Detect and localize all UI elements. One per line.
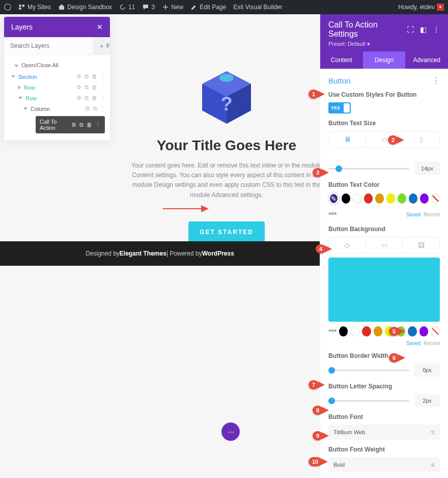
color-swatch[interactable] bbox=[386, 193, 395, 204]
recent-colors[interactable]: Recent bbox=[424, 212, 440, 217]
select-weight[interactable]: Bold⇅ bbox=[328, 457, 440, 472]
device-phone[interactable]: ▯ bbox=[403, 131, 439, 147]
gear-icon[interactable]: ⚙ bbox=[71, 122, 76, 128]
cta-body-text[interactable]: Your content goes here. Edit or remove t… bbox=[122, 161, 331, 200]
tab-content[interactable]: Content bbox=[320, 51, 363, 69]
color-swatch[interactable] bbox=[339, 326, 348, 336]
bg-color-tab[interactable]: ◇ bbox=[329, 237, 366, 253]
label-weight: Button Font Weight bbox=[328, 446, 440, 453]
swatch-more[interactable]: ••• bbox=[328, 209, 337, 219]
duplicate-icon[interactable]: ⧉ bbox=[85, 73, 89, 80]
gear-icon[interactable]: ⚙ bbox=[85, 105, 90, 112]
svg-point-8 bbox=[219, 74, 234, 82]
layer-cta-module[interactable]: Call To Action⚙⧉🗑⋮ bbox=[36, 116, 105, 133]
more-icon[interactable]: ⋮ bbox=[100, 84, 106, 91]
expand-icon[interactable]: ⛶ bbox=[407, 25, 414, 34]
svg-rect-2 bbox=[22, 5, 24, 7]
select-font[interactable]: Titillium Web⇅ bbox=[328, 425, 440, 440]
howdy-link[interactable]: Howdy, etdev✦ bbox=[398, 4, 444, 11]
more-icon[interactable]: ⋮ bbox=[100, 105, 106, 112]
svg-marker-10 bbox=[201, 205, 209, 212]
section-button-header[interactable]: Button bbox=[328, 76, 350, 85]
duplicate-icon[interactable]: ⧉ bbox=[79, 122, 83, 128]
color-swatch[interactable] bbox=[408, 326, 417, 336]
layer-row[interactable]: Row⚙⧉🗑⋮ bbox=[4, 93, 110, 103]
saved-colors[interactable]: Saved bbox=[406, 341, 421, 346]
color-swatch[interactable] bbox=[353, 193, 361, 204]
color-swatch[interactable] bbox=[420, 193, 429, 204]
annotation-arrow bbox=[163, 203, 209, 215]
layer-section[interactable]: Section⚙⧉🗑⋮ bbox=[4, 71, 110, 82]
exit-vb-link[interactable]: Exit Visual Builder bbox=[233, 4, 283, 11]
color-picker-button[interactable]: ✎ bbox=[328, 192, 339, 205]
trash-icon[interactable]: 🗑 bbox=[87, 122, 92, 128]
comments-link[interactable]: 3 bbox=[142, 4, 155, 11]
more-icon[interactable]: ⋮ bbox=[433, 25, 440, 34]
footer-et-link[interactable]: Elegant Themes bbox=[120, 250, 166, 257]
my-sites-link[interactable]: My Sites bbox=[18, 4, 51, 11]
more-icon[interactable]: ⋮ bbox=[100, 95, 106, 101]
color-swatch[interactable] bbox=[409, 193, 417, 204]
gear-icon[interactable]: ⚙ bbox=[76, 84, 81, 91]
slider-letter[interactable] bbox=[328, 400, 409, 402]
color-swatch[interactable] bbox=[364, 193, 373, 204]
updates-link[interactable]: 11 bbox=[119, 4, 135, 11]
layers-search-input[interactable] bbox=[4, 37, 93, 54]
layers-header: Layers ✕ bbox=[4, 17, 110, 37]
saved-colors[interactable]: Saved bbox=[406, 212, 421, 217]
slider-border[interactable] bbox=[328, 370, 409, 371]
input-letter[interactable] bbox=[414, 394, 440, 407]
input-border[interactable] bbox=[414, 363, 440, 377]
color-swatch[interactable] bbox=[362, 326, 371, 336]
snap-icon[interactable]: ◧ bbox=[420, 25, 427, 34]
color-swatch[interactable] bbox=[342, 193, 350, 204]
duplicate-icon[interactable]: ⧉ bbox=[93, 105, 97, 112]
swatch-more[interactable]: ••• bbox=[328, 326, 337, 336]
label-letter: Button Letter Spacing bbox=[328, 383, 440, 390]
tab-advanced[interactable]: Advanced bbox=[405, 51, 448, 69]
gear-icon[interactable]: ⚙ bbox=[76, 73, 81, 80]
more-icon[interactable]: ⋮ bbox=[432, 76, 440, 85]
cta-button[interactable]: GET STARTED bbox=[188, 221, 265, 243]
new-link[interactable]: New bbox=[162, 4, 183, 11]
duplicate-icon[interactable]: ⧉ bbox=[85, 95, 89, 101]
layers-filter-button[interactable]: ＋Filter bbox=[93, 37, 110, 54]
toggle-use-custom[interactable]: YES bbox=[328, 102, 351, 114]
recent-colors[interactable]: Recent bbox=[424, 341, 440, 346]
slider-text-size[interactable] bbox=[328, 168, 409, 170]
color-none[interactable] bbox=[431, 193, 440, 204]
color-swatch[interactable] bbox=[374, 326, 383, 336]
close-icon[interactable]: ✕ bbox=[97, 23, 103, 31]
bg-gradient-tab[interactable]: ▭ bbox=[366, 237, 403, 253]
gear-icon[interactable]: ⚙ bbox=[76, 95, 81, 101]
layer-row[interactable]: Row⚙⧉🗑⋮ bbox=[4, 82, 110, 93]
label-use-custom: Use Custom Styles For Button bbox=[328, 91, 440, 98]
preset-dropdown[interactable]: Preset: Default ▾ bbox=[328, 41, 440, 47]
builder-fab[interactable]: ⋯ bbox=[221, 423, 240, 441]
color-swatch[interactable] bbox=[375, 193, 384, 204]
marker-5: 5 bbox=[389, 327, 405, 336]
cta-title[interactable]: Your Title Goes Here bbox=[122, 137, 331, 154]
color-none[interactable] bbox=[431, 326, 440, 336]
trash-icon[interactable]: 🗑 bbox=[92, 73, 97, 80]
bg-color-preview[interactable] bbox=[328, 258, 440, 322]
open-close-all[interactable]: Open/Close All bbox=[4, 59, 110, 71]
more-icon[interactable]: ⋮ bbox=[95, 122, 101, 128]
trash-icon[interactable]: 🗑 bbox=[92, 84, 97, 91]
label-text-size: Button Text Size bbox=[328, 120, 440, 127]
bg-image-tab[interactable]: 🖼 bbox=[403, 237, 439, 253]
color-swatch[interactable] bbox=[419, 326, 429, 336]
input-text-size[interactable] bbox=[414, 162, 440, 175]
duplicate-icon[interactable]: ⧉ bbox=[85, 84, 89, 91]
color-swatch[interactable] bbox=[350, 326, 359, 336]
device-desktop[interactable]: 🖥 bbox=[329, 131, 366, 147]
edit-page-link[interactable]: Edit Page bbox=[190, 4, 226, 11]
trash-icon[interactable]: 🗑 bbox=[92, 95, 97, 101]
more-icon[interactable]: ⋮ bbox=[100, 73, 106, 80]
color-swatch[interactable] bbox=[398, 193, 406, 204]
site-name-link[interactable]: Design Sandbox bbox=[58, 4, 112, 11]
layer-column[interactable]: Column⚙⧉⋮ bbox=[4, 103, 110, 114]
tab-design[interactable]: Design bbox=[363, 51, 406, 69]
wp-logo-icon[interactable] bbox=[4, 4, 11, 11]
footer-wp-link[interactable]: WordPress bbox=[202, 250, 234, 257]
